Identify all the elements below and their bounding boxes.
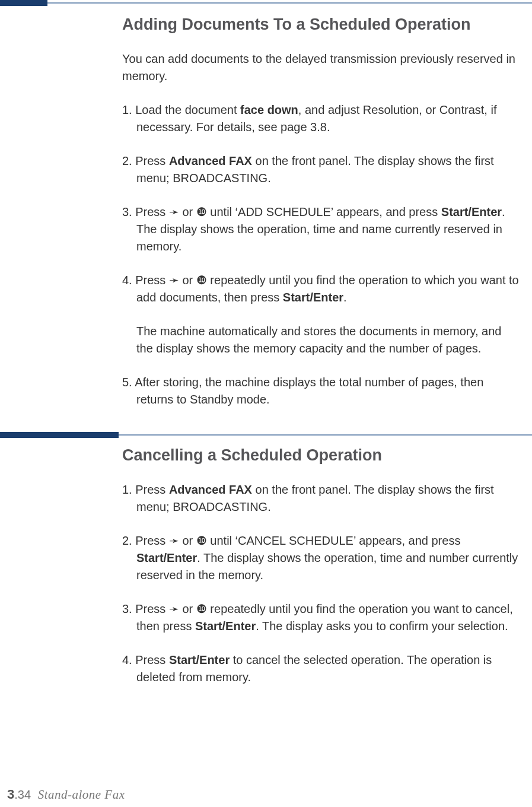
divider-bar-dark <box>0 432 119 438</box>
page-minor: .34 <box>14 788 31 801</box>
text: . The display asks you to confirm your s… <box>256 619 508 633</box>
page-footer: 3.34 Stand-alone Fax <box>7 787 125 802</box>
text: 2. Press <box>122 154 169 167</box>
section2-step4: 4. Press Start/Enter to cancel the selec… <box>122 652 520 686</box>
bold: Advanced FAX <box>169 154 252 167</box>
section2-title: Cancelling a Scheduled Operation <box>122 446 520 465</box>
section1-step5: 5. After storing, the machine displays t… <box>122 374 520 408</box>
bold: Start/Enter <box>136 551 197 564</box>
bold: Start/Enter <box>195 619 256 633</box>
bold: Start/Enter <box>169 653 230 666</box>
section1-step1: 1. Load the document face down, and adju… <box>122 101 520 136</box>
section2-step3: 3. Press ➛ or ❿ repeatedly until you fin… <box>122 601 520 635</box>
section2-step2: 2. Press ➛ or ❿ until ‘CANCEL SCHEDULE’ … <box>122 532 520 584</box>
bold: Advanced FAX <box>169 483 252 496</box>
bold: Start/Enter <box>283 291 343 304</box>
header-bar-dark <box>0 0 47 6</box>
header-bar-light <box>47 2 532 4</box>
section1-step4-cont: The machine automatically and stores the… <box>136 323 520 357</box>
chapter-name: Stand-alone Fax <box>38 787 125 802</box>
text: . <box>343 291 347 304</box>
page-number: 3.34 <box>7 788 31 801</box>
text: 4. Press <box>122 653 169 666</box>
section1-step4: 4. Press ➛ or ❿ repeatedly until you fin… <box>122 272 520 357</box>
text: 1. Load the document <box>122 103 240 116</box>
section2-step1: 1. Press Advanced FAX on the front panel… <box>122 481 520 516</box>
section1-step2: 2. Press Advanced FAX on the front panel… <box>122 152 520 187</box>
text: 3. Press ➛ or ❿ until ‘ADD SCHEDULE’ app… <box>122 205 441 218</box>
text: 2. Press ➛ or ❿ until ‘CANCEL SCHEDULE’ … <box>122 534 460 547</box>
divider-bar-light <box>119 434 532 436</box>
page-major: 3 <box>7 787 14 802</box>
section1-intro: You can add documents to the delayed tra… <box>122 50 520 85</box>
section-divider <box>0 428 520 440</box>
bold: Start/Enter <box>441 205 502 218</box>
section1-title: Adding Documents To a Scheduled Operatio… <box>122 15 520 34</box>
section1-step3: 3. Press ➛ or ❿ until ‘ADD SCHEDULE’ app… <box>122 204 520 255</box>
text: 1. Press <box>122 483 169 496</box>
bold: face down <box>240 103 298 116</box>
page-content: Adding Documents To a Scheduled Operatio… <box>122 12 520 703</box>
